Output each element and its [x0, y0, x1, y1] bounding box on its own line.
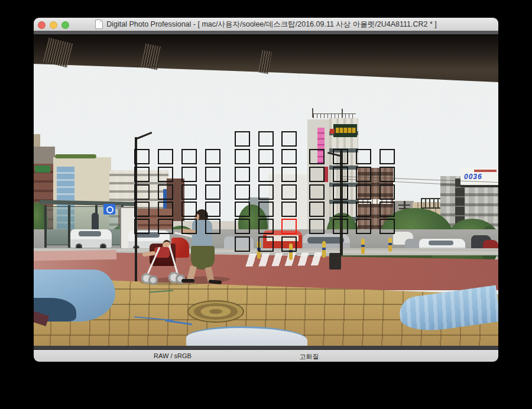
af-point	[258, 131, 274, 147]
dpp-window: Digital Photo Professional - [ mac/사용자/s…	[34, 18, 498, 362]
photo-canvas[interactable]: 0036	[34, 31, 498, 346]
af-point	[379, 167, 395, 182]
af-point	[258, 184, 274, 200]
status-color-mode: RAW / sRGB	[154, 352, 192, 359]
af-point	[158, 202, 173, 217]
af-point	[205, 149, 220, 164]
af-point	[333, 184, 348, 200]
af-point	[181, 184, 197, 200]
window-title: Digital Photo Professional - [ mac/사용자/s…	[106, 20, 437, 30]
af-point	[181, 202, 197, 217]
af-point	[158, 184, 173, 200]
af-point	[309, 149, 325, 164]
af-point	[205, 219, 220, 234]
af-point	[356, 202, 371, 217]
af-point	[134, 202, 150, 217]
af-point	[258, 167, 274, 182]
af-point	[181, 219, 197, 234]
af-point	[181, 149, 197, 164]
af-point	[356, 184, 371, 200]
af-point	[356, 219, 371, 234]
af-point	[158, 167, 173, 182]
title-bar[interactable]: Digital Photo Professional - [ mac/사용자/s…	[34, 18, 498, 31]
af-point	[281, 149, 297, 164]
status-bar: RAW / sRGB 고화질	[34, 349, 498, 362]
title-container: Digital Photo Professional - [ mac/사용자/s…	[34, 18, 498, 31]
af-point	[281, 167, 297, 182]
af-point	[205, 167, 220, 182]
af-point	[235, 236, 250, 252]
af-point	[379, 184, 395, 200]
af-point	[281, 131, 297, 147]
af-point	[309, 202, 325, 217]
af-point-grid	[34, 31, 498, 346]
af-point-selected	[281, 219, 297, 234]
af-point	[333, 219, 348, 234]
af-point	[309, 219, 325, 234]
af-point	[158, 149, 173, 164]
desktop-background: { "window": { "title": "Digital Photo Pr…	[0, 0, 532, 409]
af-point	[356, 167, 371, 182]
af-point	[181, 167, 197, 182]
af-point	[258, 202, 274, 217]
af-point	[281, 236, 297, 252]
af-point	[235, 131, 250, 147]
af-point	[309, 167, 325, 182]
af-point	[281, 184, 297, 200]
document-icon	[95, 20, 103, 29]
af-point	[281, 202, 297, 217]
af-point	[333, 149, 348, 164]
af-point	[235, 202, 250, 217]
af-point	[333, 202, 348, 217]
af-point	[258, 149, 274, 164]
af-point	[235, 167, 250, 182]
af-point	[258, 219, 274, 234]
af-point	[134, 184, 150, 200]
af-point	[235, 184, 250, 200]
af-point	[356, 149, 371, 164]
af-point	[379, 149, 395, 164]
af-point	[134, 149, 150, 164]
af-point	[258, 236, 274, 252]
af-point	[134, 219, 150, 234]
af-point	[205, 184, 220, 200]
status-quality: 고화질	[300, 352, 319, 361]
af-point	[333, 167, 348, 182]
af-point	[158, 219, 173, 234]
af-point	[205, 202, 220, 217]
af-point	[379, 202, 395, 217]
af-point	[235, 149, 250, 164]
af-point	[309, 184, 325, 200]
af-point	[134, 167, 150, 182]
af-point	[235, 219, 250, 234]
af-point	[379, 219, 395, 234]
